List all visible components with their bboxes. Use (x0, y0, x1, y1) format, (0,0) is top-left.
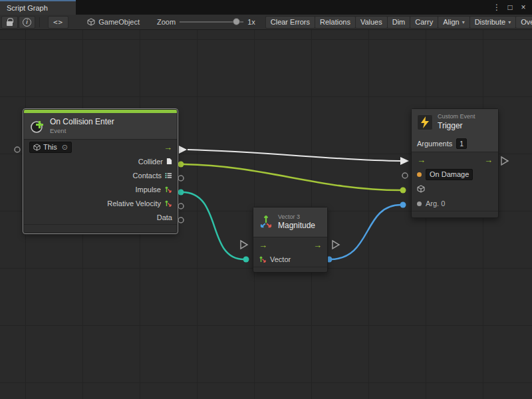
document-icon (166, 158, 172, 165)
wire-collider[interactable] (184, 164, 401, 190)
arg0-in-port[interactable] (400, 202, 406, 208)
overview-button[interactable]: Overv (515, 16, 532, 29)
arg0-label: Arg. 0 (426, 200, 445, 207)
magnitude-flow-out-port[interactable] (332, 241, 339, 249)
values-label: Values (360, 18, 382, 26)
gameobject-label: GameObject (98, 18, 140, 26)
flow-out-arrow-icon: → (164, 143, 172, 152)
lock-icon (7, 21, 13, 26)
toolbar-buttons: Clear Errors Relations Values Dim Carry … (266, 16, 532, 29)
wire-impulse[interactable] (182, 192, 244, 259)
caret-down-icon: ▾ (508, 19, 511, 25)
node-subtitle: Vector 3 (278, 213, 315, 221)
flow-out-port[interactable] (179, 146, 187, 154)
this-row: This ⊙ → (24, 140, 177, 154)
output-row-contacts[interactable]: Contacts (24, 168, 177, 182)
wire-magnitude[interactable] (330, 205, 401, 259)
node-header[interactable]: On Collision Enter Event (24, 113, 177, 140)
zoom-label: Zoom (157, 18, 176, 26)
flow-in-arrow-icon: → (417, 156, 426, 164)
code-view-button[interactable]: <> (48, 16, 68, 29)
output-row-data[interactable]: Data (24, 210, 177, 224)
vector3-icon (259, 255, 267, 263)
event-name-field[interactable]: On Damage (426, 169, 473, 180)
vector3-icon (259, 215, 273, 229)
carry-label: Carry (415, 18, 433, 26)
flow-in-arrowhead (400, 157, 409, 165)
vector-in-port[interactable] (243, 257, 249, 263)
vector3-icon (164, 186, 172, 194)
carry-button[interactable]: Carry (410, 16, 438, 29)
vector3-icon (164, 200, 172, 207)
node-vector3-magnitude[interactable]: Vector 3 Magnitude → → Vector (253, 207, 328, 273)
wire-flow[interactable] (188, 150, 400, 161)
magnitude-flow-in-port[interactable] (241, 241, 247, 249)
close-icon[interactable]: × (518, 3, 529, 12)
data-label: Data (157, 213, 172, 221)
node-footer (412, 211, 498, 217)
relative-velocity-out-port[interactable] (178, 203, 184, 209)
info-button[interactable]: i (19, 16, 35, 29)
node-footer (253, 267, 327, 272)
overview-label: Overv (521, 18, 532, 26)
this-in-port[interactable] (15, 147, 20, 152)
flow-row: → → (253, 237, 327, 252)
zoom-slider-handle[interactable] (233, 18, 240, 25)
code-icon: <> (53, 18, 63, 27)
input-row-vector[interactable]: Vector (253, 252, 327, 267)
event-name-row: On Damage (412, 167, 498, 182)
distribute-button[interactable]: Distribute ▾ (469, 16, 516, 29)
values-button[interactable]: Values (355, 16, 388, 29)
arguments-label: Arguments (417, 140, 452, 148)
node-header[interactable]: Vector 3 Magnitude (253, 207, 327, 237)
tab-script-graph[interactable]: Script Graph (0, 0, 76, 15)
gameobject-icon (87, 18, 95, 26)
trigger-flow-out-port[interactable] (501, 157, 508, 165)
object-picker-icon[interactable]: ⊙ (62, 143, 68, 152)
align-label: Align (443, 18, 459, 26)
dim-button[interactable]: Dim (387, 16, 411, 29)
target-row (412, 182, 498, 196)
gameobject-context[interactable]: GameObject (87, 18, 140, 26)
relations-button[interactable]: Relations (315, 16, 356, 29)
node-title: Magnitude (278, 221, 315, 231)
node-on-collision-enter[interactable]: On Collision Enter Event This ⊙ → Collid… (23, 109, 178, 233)
flow-out-arrow-icon: → (484, 156, 493, 164)
graph-canvas[interactable]: On Collision Enter Event This ⊙ → Collid… (0, 30, 532, 399)
zoom-control: Zoom 1x (157, 17, 255, 27)
this-field-value: This (43, 143, 57, 151)
lock-button[interactable] (1, 16, 18, 29)
data-out-port[interactable] (178, 217, 184, 223)
window-controls: ⋮ □ × (491, 0, 532, 15)
node-trigger-custom-event[interactable]: Custom Event Trigger Arguments 1 → → On … (411, 108, 499, 218)
graph-toolbar: i <> GameObject Zoom 1x Clear Errors Rel… (0, 15, 532, 30)
dim-label: Dim (392, 18, 406, 26)
menu-icon[interactable]: ⋮ (491, 3, 502, 12)
output-row-relative-velocity[interactable]: Relative Velocity (24, 196, 177, 210)
event-name-in-port[interactable] (402, 173, 408, 178)
info-icon: i (23, 18, 31, 27)
zoom-value: 1x (247, 18, 255, 26)
arg0-row[interactable]: Arg. 0 (412, 196, 498, 211)
vector-label: Vector (270, 255, 291, 263)
maximize-icon[interactable]: □ (505, 3, 515, 12)
arguments-count-field[interactable]: 1 (456, 138, 467, 149)
output-row-collider[interactable]: Collider (24, 154, 177, 168)
contacts-out-port[interactable] (178, 176, 184, 181)
collider-out-port[interactable] (178, 162, 184, 168)
align-button[interactable]: Align ▾ (438, 16, 469, 29)
distribute-label: Distribute (475, 18, 505, 26)
clear-errors-button[interactable]: Clear Errors (265, 16, 315, 29)
tab-label: Script Graph (7, 4, 48, 12)
output-row-impulse[interactable]: Impulse (24, 182, 177, 196)
this-object-field[interactable]: This ⊙ (29, 142, 72, 153)
impulse-out-port[interactable] (178, 190, 184, 196)
impulse-label: Impulse (135, 186, 161, 194)
target-in-port[interactable] (400, 188, 406, 194)
node-header[interactable]: Custom Event Trigger (412, 109, 498, 135)
collision-event-icon (29, 118, 45, 134)
list-icon (165, 172, 172, 179)
tab-bar: Script Graph ⋮ □ × (0, 0, 532, 15)
zoom-slider[interactable] (180, 17, 243, 27)
caret-down-icon: ▾ (462, 19, 465, 25)
